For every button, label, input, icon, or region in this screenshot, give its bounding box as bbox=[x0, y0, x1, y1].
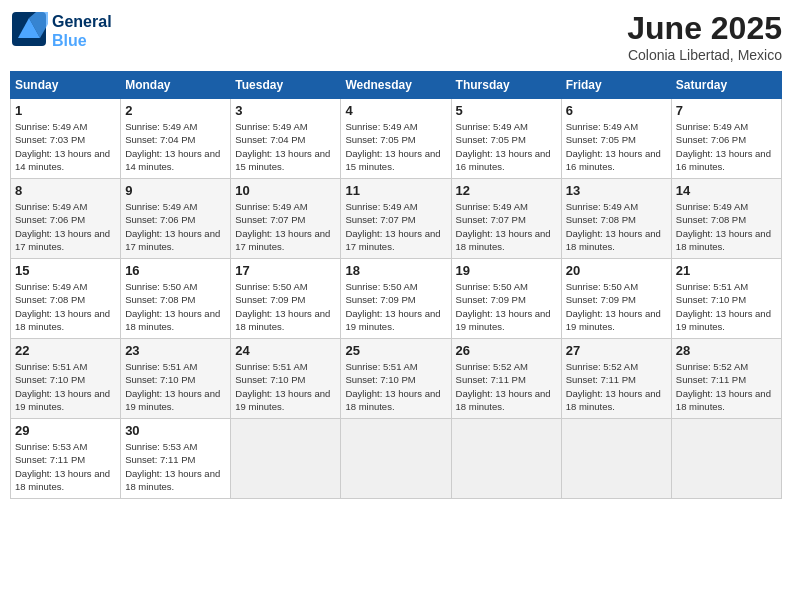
sunrise-label: Sunrise: bbox=[566, 361, 604, 372]
sunset-value: 7:08 PM bbox=[160, 294, 195, 305]
sunrise-value: 5:50 AM bbox=[603, 281, 638, 292]
daylight-label: Daylight: bbox=[456, 388, 496, 399]
day-number: 12 bbox=[456, 183, 557, 198]
day-number: 10 bbox=[235, 183, 336, 198]
sunset-label: Sunset: bbox=[566, 134, 601, 145]
sunrise-value: 5:50 AM bbox=[383, 281, 418, 292]
day-info: Sunrise: 5:49 AM Sunset: 7:03 PM Dayligh… bbox=[15, 120, 116, 173]
daylight-label: Daylight: bbox=[235, 148, 275, 159]
day-info: Sunrise: 5:53 AM Sunset: 7:11 PM Dayligh… bbox=[125, 440, 226, 493]
day-number: 9 bbox=[125, 183, 226, 198]
sunset-value: 7:05 PM bbox=[490, 134, 525, 145]
sunset-label: Sunset: bbox=[676, 214, 711, 225]
sunrise-value: 5:49 AM bbox=[53, 121, 88, 132]
sunrise-value: 5:51 AM bbox=[53, 361, 88, 372]
table-row bbox=[231, 419, 341, 499]
table-row: 3 Sunrise: 5:49 AM Sunset: 7:04 PM Dayli… bbox=[231, 99, 341, 179]
sunset-label: Sunset: bbox=[345, 134, 380, 145]
sunset-value: 7:03 PM bbox=[50, 134, 85, 145]
sunrise-label: Sunrise: bbox=[15, 441, 53, 452]
day-info: Sunrise: 5:51 AM Sunset: 7:10 PM Dayligh… bbox=[235, 360, 336, 413]
day-number: 27 bbox=[566, 343, 667, 358]
day-number: 28 bbox=[676, 343, 777, 358]
sunset-label: Sunset: bbox=[15, 214, 50, 225]
header-row: Sunday Monday Tuesday Wednesday Thursday… bbox=[11, 72, 782, 99]
day-info: Sunrise: 5:53 AM Sunset: 7:11 PM Dayligh… bbox=[15, 440, 116, 493]
sunrise-value: 5:50 AM bbox=[273, 281, 308, 292]
table-row: 24 Sunrise: 5:51 AM Sunset: 7:10 PM Dayl… bbox=[231, 339, 341, 419]
day-number: 16 bbox=[125, 263, 226, 278]
sunrise-label: Sunrise: bbox=[566, 281, 604, 292]
page: General Blue June 2025 Colonia Libertad,… bbox=[10, 10, 782, 499]
sunrise-label: Sunrise: bbox=[235, 281, 273, 292]
sunset-label: Sunset: bbox=[456, 374, 491, 385]
sunset-value: 7:06 PM bbox=[50, 214, 85, 225]
col-friday: Friday bbox=[561, 72, 671, 99]
sunrise-value: 5:49 AM bbox=[273, 121, 308, 132]
sunrise-value: 5:49 AM bbox=[163, 121, 198, 132]
daylight-label: Daylight: bbox=[345, 388, 385, 399]
week-row-1: 1 Sunrise: 5:49 AM Sunset: 7:03 PM Dayli… bbox=[11, 99, 782, 179]
sunrise-value: 5:49 AM bbox=[383, 121, 418, 132]
table-row: 30 Sunrise: 5:53 AM Sunset: 7:11 PM Dayl… bbox=[121, 419, 231, 499]
month-title: June 2025 bbox=[627, 10, 782, 47]
sunset-label: Sunset: bbox=[125, 214, 160, 225]
sunrise-value: 5:49 AM bbox=[493, 121, 528, 132]
table-row: 23 Sunrise: 5:51 AM Sunset: 7:10 PM Dayl… bbox=[121, 339, 231, 419]
sunset-value: 7:11 PM bbox=[50, 454, 85, 465]
day-info: Sunrise: 5:49 AM Sunset: 7:06 PM Dayligh… bbox=[676, 120, 777, 173]
sunrise-label: Sunrise: bbox=[125, 281, 163, 292]
sunrise-value: 5:51 AM bbox=[383, 361, 418, 372]
sunrise-label: Sunrise: bbox=[345, 121, 383, 132]
sunset-label: Sunset: bbox=[125, 454, 160, 465]
day-number: 3 bbox=[235, 103, 336, 118]
table-row: 4 Sunrise: 5:49 AM Sunset: 7:05 PM Dayli… bbox=[341, 99, 451, 179]
sunset-value: 7:11 PM bbox=[490, 374, 525, 385]
table-row: 16 Sunrise: 5:50 AM Sunset: 7:08 PM Dayl… bbox=[121, 259, 231, 339]
sunrise-value: 5:51 AM bbox=[713, 281, 748, 292]
daylight-label: Daylight: bbox=[566, 388, 606, 399]
daylight-label: Daylight: bbox=[676, 228, 716, 239]
sunset-value: 7:10 PM bbox=[160, 374, 195, 385]
sunrise-label: Sunrise: bbox=[125, 121, 163, 132]
sunrise-label: Sunrise: bbox=[15, 121, 53, 132]
sunrise-label: Sunrise: bbox=[566, 201, 604, 212]
sunrise-label: Sunrise: bbox=[125, 201, 163, 212]
day-info: Sunrise: 5:52 AM Sunset: 7:11 PM Dayligh… bbox=[456, 360, 557, 413]
week-row-4: 22 Sunrise: 5:51 AM Sunset: 7:10 PM Dayl… bbox=[11, 339, 782, 419]
daylight-label: Daylight: bbox=[456, 148, 496, 159]
header: General Blue June 2025 Colonia Libertad,… bbox=[10, 10, 782, 63]
daylight-label: Daylight: bbox=[235, 228, 275, 239]
week-row-5: 29 Sunrise: 5:53 AM Sunset: 7:11 PM Dayl… bbox=[11, 419, 782, 499]
sunrise-label: Sunrise: bbox=[456, 281, 494, 292]
sunrise-label: Sunrise: bbox=[235, 361, 273, 372]
sunset-value: 7:09 PM bbox=[270, 294, 305, 305]
day-info: Sunrise: 5:49 AM Sunset: 7:06 PM Dayligh… bbox=[125, 200, 226, 253]
sunset-label: Sunset: bbox=[125, 134, 160, 145]
sunset-value: 7:08 PM bbox=[711, 214, 746, 225]
day-info: Sunrise: 5:50 AM Sunset: 7:09 PM Dayligh… bbox=[345, 280, 446, 333]
sunset-value: 7:08 PM bbox=[601, 214, 636, 225]
daylight-label: Daylight: bbox=[125, 388, 165, 399]
sunset-value: 7:09 PM bbox=[380, 294, 415, 305]
daylight-label: Daylight: bbox=[125, 308, 165, 319]
day-info: Sunrise: 5:50 AM Sunset: 7:09 PM Dayligh… bbox=[235, 280, 336, 333]
daylight-label: Daylight: bbox=[15, 388, 55, 399]
sunset-value: 7:05 PM bbox=[601, 134, 636, 145]
table-row: 28 Sunrise: 5:52 AM Sunset: 7:11 PM Dayl… bbox=[671, 339, 781, 419]
table-row: 10 Sunrise: 5:49 AM Sunset: 7:07 PM Dayl… bbox=[231, 179, 341, 259]
table-row bbox=[671, 419, 781, 499]
sunset-label: Sunset: bbox=[125, 294, 160, 305]
table-row: 19 Sunrise: 5:50 AM Sunset: 7:09 PM Dayl… bbox=[451, 259, 561, 339]
day-number: 13 bbox=[566, 183, 667, 198]
sunset-label: Sunset: bbox=[676, 294, 711, 305]
day-info: Sunrise: 5:50 AM Sunset: 7:09 PM Dayligh… bbox=[566, 280, 667, 333]
logo-text-line1: General bbox=[52, 12, 112, 31]
sunset-label: Sunset: bbox=[456, 294, 491, 305]
sunrise-label: Sunrise: bbox=[456, 201, 494, 212]
daylight-label: Daylight: bbox=[125, 468, 165, 479]
sunset-value: 7:10 PM bbox=[711, 294, 746, 305]
sunrise-value: 5:49 AM bbox=[53, 281, 88, 292]
sunset-label: Sunset: bbox=[235, 294, 270, 305]
sunrise-value: 5:50 AM bbox=[493, 281, 528, 292]
